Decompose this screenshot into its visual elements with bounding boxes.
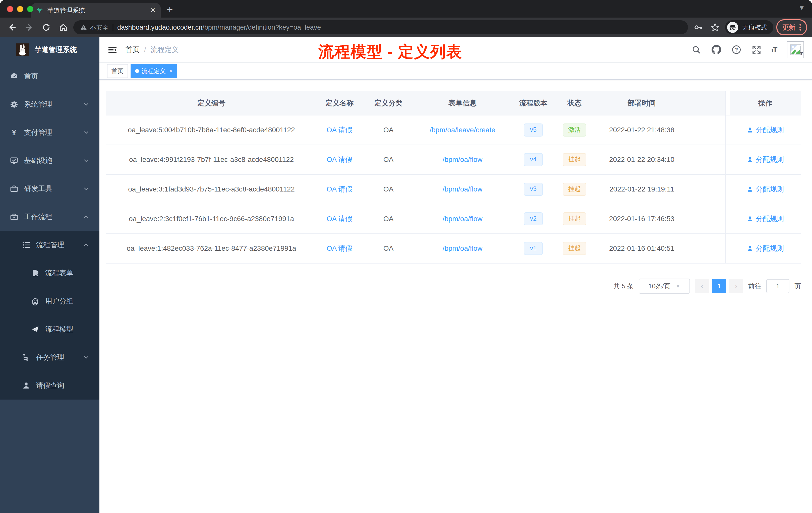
pagination-bar: 共 5 条 10条/页 ▼ ‹ 1 › 前往 1 页 bbox=[106, 279, 801, 294]
next-page-button[interactable]: › bbox=[729, 279, 743, 293]
sidebar-item-dev-tools[interactable]: 研发工具 bbox=[0, 175, 99, 203]
form-info-link[interactable]: /bpm/oa/flow bbox=[443, 215, 483, 222]
bookmark-star-icon[interactable] bbox=[708, 20, 722, 34]
version-badge: v5 bbox=[524, 123, 543, 137]
version-badge: v2 bbox=[524, 212, 543, 225]
cell-definition-id: oa_leave:2:3c1f0ef1-76b1-11ec-9c66-a2380… bbox=[106, 204, 317, 234]
browser-tab[interactable]: 芋道管理系统 ✕ bbox=[31, 3, 161, 18]
pager: ‹ 1 › bbox=[695, 279, 743, 293]
tag-home[interactable]: 首页 bbox=[107, 64, 128, 78]
sidebar-item-payment[interactable]: ¥ 支付管理 bbox=[0, 118, 99, 147]
col-deploy-time: 部署时间 bbox=[592, 91, 691, 115]
url-bar[interactable]: 不安全 dashboard.yudao.iocoder.cn/bpm/manag… bbox=[73, 20, 688, 34]
tag-label: 首页 bbox=[112, 67, 123, 75]
page-content: 定义编号 定义名称 定义分类 表单信息 流程版本 状态 部署时间 操作 bbox=[99, 80, 812, 294]
fullscreen-icon[interactable] bbox=[752, 45, 761, 55]
col-definition-name: 定义名称 bbox=[317, 91, 362, 115]
zoom-window-button[interactable] bbox=[27, 6, 33, 12]
back-icon[interactable] bbox=[5, 20, 19, 34]
form-info-link[interactable]: /bpm/oa/flow bbox=[443, 185, 483, 193]
close-window-button[interactable] bbox=[7, 6, 13, 12]
active-dot-icon bbox=[135, 69, 139, 73]
user-icon bbox=[747, 245, 753, 252]
sidebar-item-workflow[interactable]: 工作流程 bbox=[0, 203, 99, 231]
page-url[interactable]: dashboard.yudao.iocoder.cn/bpm/manager/d… bbox=[117, 24, 321, 31]
sidebar-item-home[interactable]: 首页 bbox=[0, 62, 99, 90]
form-info-link[interactable]: /bpm/oa/flow bbox=[443, 156, 483, 163]
definition-name-link[interactable]: OA 请假 bbox=[327, 244, 352, 252]
password-key-icon[interactable] bbox=[691, 20, 705, 34]
home-icon[interactable] bbox=[56, 20, 70, 34]
font-size-icon[interactable]: tT bbox=[772, 46, 777, 54]
definition-name-link[interactable]: OA 请假 bbox=[327, 215, 352, 222]
incognito-badge[interactable]: 无痕模式 bbox=[725, 20, 773, 34]
user-icon bbox=[747, 156, 753, 163]
sidebar-item-infrastructure[interactable]: 基础设施 bbox=[0, 147, 99, 175]
definition-name-link[interactable]: OA 请假 bbox=[327, 185, 352, 193]
status-badge: 激活 bbox=[563, 123, 586, 137]
tab-search-chevron-icon[interactable]: ▼ bbox=[799, 4, 805, 12]
hamburger-icon[interactable] bbox=[108, 45, 117, 55]
assign-rule-link[interactable]: 分配规则 bbox=[747, 184, 784, 194]
github-icon[interactable] bbox=[711, 45, 721, 55]
definition-name-link[interactable]: OA 请假 bbox=[327, 156, 352, 163]
warning-icon bbox=[80, 24, 87, 30]
sidebar-item-process-form[interactable]: 流程表单 bbox=[0, 259, 99, 287]
cell-status: 激活 bbox=[556, 115, 592, 145]
sidebar-item-user-group[interactable]: 用户分组 bbox=[0, 287, 99, 315]
monitor-icon bbox=[10, 157, 18, 164]
sidebar-item-process-management[interactable]: 流程管理 bbox=[0, 231, 99, 259]
assign-rule-link[interactable]: 分配规则 bbox=[747, 244, 784, 253]
sidebar-item-task-management[interactable]: 任务管理 bbox=[0, 343, 99, 371]
col-status: 状态 bbox=[556, 91, 592, 115]
breadcrumb-home[interactable]: 首页 bbox=[125, 45, 140, 55]
tag-close-icon[interactable]: × bbox=[169, 68, 173, 74]
sidebar-item-process-model[interactable]: 流程模型 bbox=[0, 315, 99, 343]
cell-category: OA bbox=[362, 234, 415, 263]
forward-icon[interactable] bbox=[22, 20, 36, 34]
goto-label: 前往 bbox=[748, 282, 761, 291]
cell-category: OA bbox=[362, 175, 415, 204]
sidebar-item-label: 支付管理 bbox=[24, 128, 52, 137]
form-info-link[interactable]: /bpm/oa/leave/create bbox=[430, 126, 495, 134]
minimize-window-button[interactable] bbox=[17, 6, 23, 12]
yen-icon: ¥ bbox=[10, 128, 18, 137]
avatar-caret-down-icon[interactable]: ▼ bbox=[799, 51, 804, 56]
cell-category: OA bbox=[362, 204, 415, 234]
new-tab-button[interactable]: + bbox=[167, 3, 173, 16]
current-page-button[interactable]: 1 bbox=[712, 279, 726, 293]
chrome-update-button[interactable]: 更新 bbox=[776, 19, 807, 35]
col-process-version: 流程版本 bbox=[510, 91, 556, 115]
cell-version: v3 bbox=[510, 175, 556, 204]
sidebar-item-system[interactable]: 系统管理 bbox=[0, 90, 99, 118]
user-avatar-group[interactable]: ▼ bbox=[787, 41, 804, 58]
navbar-actions: ? tT ▼ bbox=[691, 41, 804, 58]
assign-rule-link[interactable]: 分配规则 bbox=[747, 155, 784, 164]
tag-process-definition[interactable]: 流程定义 × bbox=[130, 64, 177, 78]
reload-icon[interactable] bbox=[39, 20, 53, 34]
cell-deploy-time: 2022-01-22 20:34:10 bbox=[592, 145, 691, 175]
cell-actions: 分配规则 bbox=[730, 204, 801, 234]
page-size-select[interactable]: 10条/页 ▼ bbox=[639, 279, 690, 294]
tab-close-icon[interactable]: ✕ bbox=[150, 6, 156, 14]
assign-rule-link[interactable]: 分配规则 bbox=[747, 125, 784, 135]
user-icon bbox=[22, 382, 30, 390]
form-info-link[interactable]: /bpm/oa/flow bbox=[443, 244, 483, 252]
definition-name-link[interactable]: OA 请假 bbox=[327, 126, 352, 134]
url-path: /bpm/manager/definition?key=oa_leave bbox=[202, 24, 321, 31]
sidebar-item-leave-query[interactable]: 请假查询 bbox=[0, 371, 99, 399]
assign-rule-link[interactable]: 分配规则 bbox=[747, 214, 784, 223]
goto-page-input[interactable]: 1 bbox=[766, 279, 789, 293]
chevron-down-icon bbox=[84, 186, 88, 191]
macos-traffic-lights[interactable] bbox=[7, 6, 33, 12]
fixed-column-gap bbox=[726, 91, 730, 115]
help-icon[interactable]: ? bbox=[731, 45, 742, 55]
breadcrumb: 首页 / 流程定义 bbox=[125, 45, 179, 55]
prev-page-button[interactable]: ‹ bbox=[695, 279, 709, 293]
sidebar-item-label: 流程表单 bbox=[45, 268, 73, 278]
cell-status: 挂起 bbox=[556, 234, 592, 263]
browser-menu-icon[interactable] bbox=[800, 24, 801, 31]
search-icon[interactable] bbox=[691, 45, 701, 55]
app-logo-row[interactable]: 芋道管理系统 bbox=[0, 37, 99, 62]
security-chip[interactable]: 不安全 bbox=[80, 23, 109, 32]
